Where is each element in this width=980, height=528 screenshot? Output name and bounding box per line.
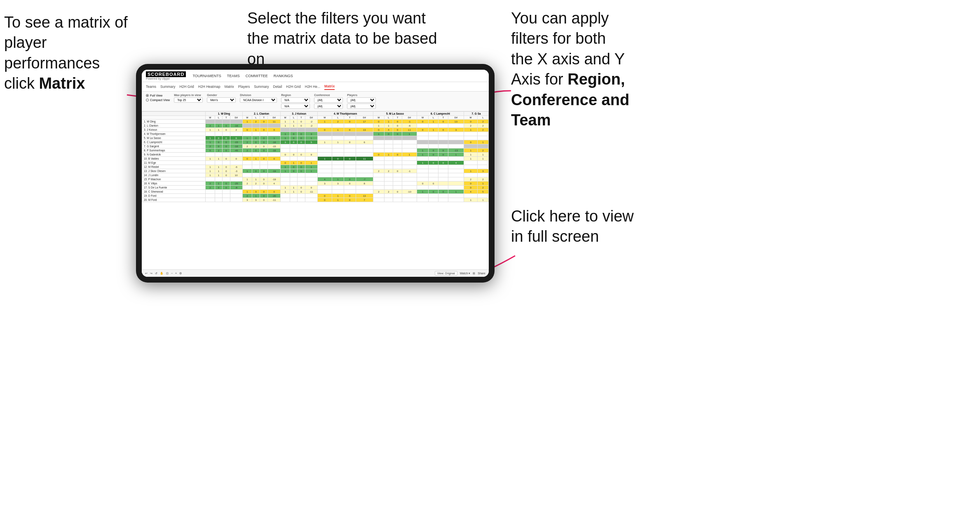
cell-2-2-0	[281, 128, 290, 132]
radio-full-view[interactable]: Full View	[146, 94, 170, 97]
cell-17-0-1	[215, 190, 222, 194]
cell-12-4-2: 0	[393, 169, 402, 173]
nav-item-teams[interactable]: TEAMS	[227, 73, 240, 79]
subnav-h2h-he[interactable]: H2H He...	[305, 84, 320, 90]
region-select-x[interactable]: N/A	[281, 97, 310, 103]
cell-9-4-0	[373, 157, 384, 161]
cell-2-1-2: 0	[260, 128, 268, 132]
zoom-fit-btn[interactable]: ⊡	[166, 272, 169, 275]
cell-13-0-0: 1	[206, 173, 215, 177]
redo-btn[interactable]: ↪	[150, 272, 152, 275]
cell-19-1-3: -11	[268, 198, 281, 202]
cell-5-2-2: 0	[298, 140, 305, 144]
cell-9-3-3: 11	[356, 157, 373, 161]
cell-11-3-0	[317, 165, 332, 169]
matrix-table: 1. W Ding 2. L Clanton 3. J Koivun 4. M …	[142, 111, 489, 202]
cell-6-1-0: 2	[242, 144, 252, 148]
cell-4-5-3	[448, 136, 464, 140]
subnav-summary[interactable]: Summary	[160, 84, 175, 90]
cell-1-2-0: 1	[281, 124, 290, 128]
cell-3-1-0	[242, 132, 252, 136]
gender-select[interactable]: Men's	[207, 97, 236, 103]
cell-2-1-0: 0	[242, 128, 252, 132]
cell-5-1-0: 2	[242, 140, 252, 144]
region-select-y[interactable]: N/A	[281, 104, 310, 109]
cell-16-4-3	[402, 186, 417, 190]
ann-topright-l2: filters for both	[511, 30, 606, 47]
ann-topright-l4b: Region,	[567, 71, 625, 88]
refresh-btn[interactable]: ↺	[155, 272, 157, 275]
subnav-summary2[interactable]: Summary	[254, 84, 269, 90]
players-label: Players	[347, 94, 376, 97]
cell-16-2-2: 0	[298, 186, 305, 190]
cell-19-1-0: 3	[242, 198, 252, 202]
subnav-detail[interactable]: Detail	[273, 84, 282, 90]
cell-15-4-2	[393, 182, 402, 186]
players-select-x[interactable]: (All)	[347, 97, 376, 103]
cell-17-6-1: 5	[477, 190, 488, 194]
cell-11-5-0	[417, 165, 429, 169]
cell-14-4-2	[393, 177, 402, 182]
subnav-h2h-heatmap[interactable]: H2H Heatmap	[198, 84, 220, 90]
cell-7-3-3	[356, 148, 373, 153]
subnav-h2h-grid[interactable]: H2H Grid	[179, 84, 194, 90]
subnav-matrix-active[interactable]: Matrix	[324, 83, 335, 90]
cell-3-4-1: 0	[384, 132, 393, 136]
row-header-11: 12. M Riedel	[142, 165, 206, 169]
share-btn[interactable]: Share	[478, 272, 485, 275]
view-original-btn[interactable]: View: Original	[435, 271, 457, 276]
players-select-y[interactable]: (All)	[347, 104, 376, 109]
nav-item-committee[interactable]: COMMITTEE	[246, 73, 268, 79]
settings-btn[interactable]: ⚙	[179, 272, 182, 275]
cell-0-5-3: 13	[448, 120, 464, 124]
cell-0-5-1: 1	[429, 120, 438, 124]
subnav-teams[interactable]: Teams	[146, 84, 156, 90]
cell-16-0-3: -8	[230, 186, 242, 190]
zoom-out-btn[interactable]: −	[171, 272, 173, 275]
cell-17-3-2	[344, 190, 356, 194]
subnav-h2h-grid2[interactable]: H2H Grid	[286, 84, 300, 90]
cell-2-0-3: 2	[230, 128, 242, 132]
cell-14-2-2	[298, 177, 305, 182]
cell-4-1-0: 1	[242, 136, 252, 140]
grid-btn[interactable]: ⊞	[473, 272, 475, 275]
nav-item-tournaments[interactable]: TOURNAMENTS	[192, 73, 221, 79]
cell-1-3-1	[332, 124, 344, 128]
nav-item-rankings[interactable]: RANKINGS	[274, 73, 293, 79]
radio-compact-view[interactable]: Compact View	[146, 98, 170, 102]
watch-btn[interactable]: Watch ▾	[460, 272, 471, 275]
zoom-in-btn[interactable]: +	[175, 272, 177, 275]
cell-6-5-1	[429, 144, 438, 148]
conference-select-y[interactable]: (All)	[314, 104, 343, 109]
cell-0-6-1: 2	[477, 120, 488, 124]
cell-18-5-1	[429, 194, 438, 198]
conference-select-x[interactable]: (All)	[314, 97, 343, 103]
region-label: Region	[281, 94, 310, 97]
cell-15-2-3	[305, 182, 317, 186]
cell-8-0-3	[230, 153, 242, 157]
max-players-label: Max players in view	[174, 94, 203, 97]
subnav-matrix-left[interactable]: Matrix	[225, 84, 234, 90]
undo-btn[interactable]: ↩	[145, 272, 148, 275]
radio-compact-view-dot	[146, 99, 149, 101]
cell-7-3-2	[344, 148, 356, 153]
cell-0-1-1: 2	[252, 120, 260, 124]
cell-6-1-3: -15	[268, 144, 281, 148]
cell-5-4-0	[373, 140, 384, 144]
cell-7-0-2: 0	[223, 148, 230, 153]
cell-16-4-0	[373, 186, 384, 190]
max-players-select[interactable]: Top 25	[174, 97, 203, 103]
cell-6-4-3	[402, 144, 417, 148]
logo-title: SCOREBOARD	[146, 71, 186, 77]
sh-2-t: T	[260, 116, 268, 120]
division-select[interactable]: NCAA Division I	[240, 97, 277, 103]
sh-1-dif: Dif	[230, 116, 242, 120]
hand-btn[interactable]: ✋	[160, 272, 164, 275]
cell-7-5-2: 0	[438, 148, 448, 153]
filters-bar: Full View Compact View Max players in vi…	[142, 92, 489, 111]
subnav-players[interactable]: Players	[238, 84, 250, 90]
col-header-1: 1. W Ding	[206, 112, 242, 116]
sh-6-t: T	[438, 116, 448, 120]
cell-17-1-0: 1	[242, 190, 252, 194]
division-label: Division	[240, 94, 277, 97]
